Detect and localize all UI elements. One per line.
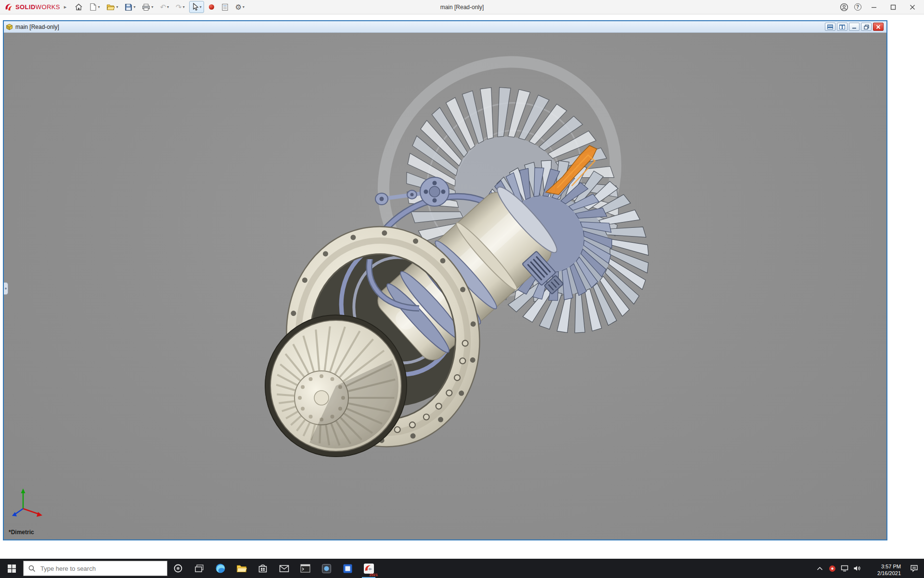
save-icon: [125, 3, 132, 11]
redo-button[interactable]: ↷ ▾: [173, 1, 187, 13]
client-area: main [Read-only]: [0, 14, 924, 559]
gear-icon: ⚙: [235, 3, 242, 11]
solidworks-logo-icon: [4, 2, 13, 12]
task-view-button[interactable]: [189, 559, 210, 578]
cortana-icon: [173, 564, 183, 573]
account-button[interactable]: [837, 0, 851, 14]
redo-caret[interactable]: ▾: [183, 5, 185, 9]
view-orientation-label: *Dimetric: [9, 529, 34, 536]
app-console-button[interactable]: [295, 559, 316, 578]
file-explorer-icon: [236, 564, 247, 573]
select-cursor-icon: [192, 3, 199, 11]
featuremanager-flyout-tab[interactable]: [4, 282, 8, 295]
print-caret[interactable]: ▾: [151, 5, 153, 9]
tile-horizontal-icon: [827, 25, 833, 29]
graphics-viewport[interactable]: *Dimetric: [4, 33, 886, 539]
undo-caret[interactable]: ▾: [167, 5, 169, 9]
chevron-up-icon: [817, 566, 823, 571]
app-titlebar: SOLIDWORKS ▸ ▾ ▾ ▾: [0, 0, 924, 14]
tray-display-button[interactable]: [838, 559, 851, 578]
app-window-title: main [Read-only]: [0, 4, 924, 11]
tray-antivirus-button[interactable]: [826, 559, 838, 578]
assembly-cube-icon: [6, 24, 13, 30]
tile-horizontal-button[interactable]: [825, 23, 835, 31]
shield-red-icon: [829, 565, 836, 572]
doc-close-icon: [876, 25, 881, 29]
document-title: main [Read-only]: [15, 24, 59, 30]
app-photos-button[interactable]: [316, 559, 337, 578]
doc-minimize-icon: [852, 25, 857, 29]
tray-volume-button[interactable]: [851, 559, 863, 578]
clock-time: 3:57 PM: [864, 563, 901, 570]
doc-restore-icon: [864, 25, 869, 29]
system-tray: 3:57 PM 2/16/2021: [813, 559, 924, 578]
windows-logo-icon: [8, 565, 16, 573]
start-button[interactable]: [0, 559, 23, 578]
open-caret[interactable]: ▾: [116, 5, 118, 9]
search-icon: [28, 565, 36, 572]
clock-date: 2/16/2021: [864, 570, 901, 577]
doc-close-button[interactable]: [873, 23, 884, 31]
redo-icon: ↷: [176, 3, 182, 11]
tray-expand-button[interactable]: [813, 559, 826, 578]
orientation-triad: [12, 488, 42, 517]
app-blue-tile-button[interactable]: [337, 559, 358, 578]
app-close-button[interactable]: [903, 0, 922, 14]
print-icon: [142, 3, 150, 11]
close-icon: [910, 4, 915, 10]
help-button[interactable]: ?: [851, 0, 864, 14]
action-center-button[interactable]: [904, 565, 924, 572]
select-tool-button[interactable]: ▾: [189, 1, 204, 13]
blue-app-icon: [343, 564, 353, 574]
doc-restore-button[interactable]: [861, 23, 872, 31]
edge-icon: [215, 563, 226, 574]
print-button[interactable]: ▾: [140, 1, 155, 13]
new-document-button[interactable]: ▾: [87, 1, 102, 13]
new-document-caret[interactable]: ▾: [98, 5, 100, 9]
document-window: main [Read-only]: [3, 20, 887, 540]
account-icon: [840, 3, 848, 12]
maximize-icon: [890, 4, 896, 10]
home-icon: [75, 3, 83, 11]
save-caret[interactable]: ▾: [133, 5, 135, 9]
app-maximize-button[interactable]: [884, 0, 903, 14]
app-solidworks-button[interactable]: 2021: [358, 559, 379, 578]
properties-button[interactable]: [219, 1, 231, 13]
exhaust-assembly[interactable]: [265, 315, 407, 457]
app-mail-button[interactable]: [273, 559, 295, 578]
menu-expand-chevron[interactable]: ▸: [63, 4, 72, 10]
taskbar-clock[interactable]: 3:57 PM 2/16/2021: [863, 560, 904, 577]
xpress-products-button[interactable]: [206, 2, 217, 12]
save-button[interactable]: ▾: [122, 1, 138, 13]
document-titlebar[interactable]: main [Read-only]: [4, 21, 886, 33]
taskbar-spacer: [379, 559, 813, 578]
open-folder-icon: [106, 3, 115, 11]
new-document-icon: [90, 3, 97, 11]
options-button[interactable]: ⚙ ▾: [233, 1, 247, 13]
properties-icon: [221, 3, 229, 11]
undo-button[interactable]: ↶ ▾: [157, 1, 171, 13]
taskbar-search-box[interactable]: [23, 561, 167, 576]
undo-icon: ↶: [160, 3, 166, 11]
store-icon: [258, 564, 268, 573]
open-button[interactable]: ▾: [104, 1, 120, 13]
search-input[interactable]: [39, 565, 155, 573]
app-file-explorer-button[interactable]: [231, 559, 252, 578]
action-center-icon: [910, 565, 918, 572]
red-sphere-icon: [208, 4, 215, 10]
brand-secondary: WORKS: [36, 3, 60, 11]
app-store-button[interactable]: [252, 559, 273, 578]
display-icon: [841, 565, 848, 572]
cortana-button[interactable]: [167, 559, 189, 578]
home-button[interactable]: [72, 1, 85, 13]
mail-icon: [279, 565, 289, 573]
app-minimize-button[interactable]: [864, 0, 884, 14]
engine-3d-model[interactable]: [4, 33, 886, 539]
options-caret[interactable]: ▾: [243, 5, 244, 9]
app-edge-button[interactable]: [210, 559, 231, 578]
windows-taskbar: 2021: [0, 559, 924, 578]
select-tool-caret[interactable]: ▾: [200, 5, 202, 9]
tile-vertical-button[interactable]: [837, 23, 847, 31]
doc-minimize-button[interactable]: [849, 23, 860, 31]
flyout-dot: [5, 288, 7, 289]
